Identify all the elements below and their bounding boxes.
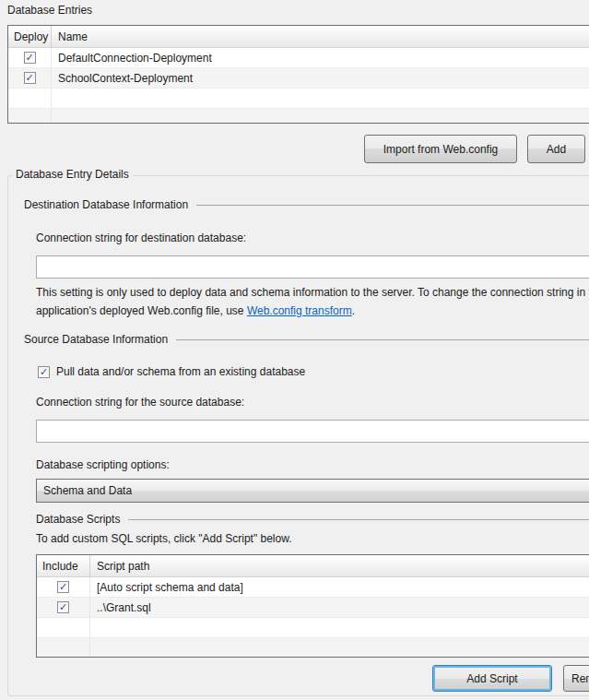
remove-script-button[interactable]: Remove Script [563, 665, 589, 692]
scripts-hint-text: To add custom SQL scripts, click "Add Sc… [36, 532, 292, 545]
database-scripts-table: Include Script path ✓ [Auto script schem… [36, 554, 589, 658]
entry-name-cell: SchoolContext-Deployment [52, 72, 193, 85]
checkbox-checked-icon: ✓ [59, 582, 67, 592]
heading-rule [176, 339, 589, 340]
scripts-header-path[interactable]: Script path [90, 555, 589, 576]
entries-table-header: Deploy Name [8, 26, 589, 48]
destination-section-heading: Destination Database Information [24, 198, 589, 211]
checkbox-checked-icon: ✓ [40, 367, 48, 377]
empty-table-row[interactable] [37, 638, 589, 658]
database-entry-details-groupbox: Database Entry Details Destination Datab… [7, 175, 589, 696]
source-section-heading: Source Database Information [24, 333, 589, 346]
entries-header-name[interactable]: Name [52, 26, 589, 47]
database-scripts-heading-label: Database Scripts [36, 513, 120, 526]
pull-data-checkbox-row: ✓ Pull data and/or schema from an existi… [38, 365, 305, 378]
deploy-checkbox[interactable]: ✓ [24, 52, 36, 64]
pull-data-checkbox-label[interactable]: Pull data and/or schema from an existing… [56, 365, 305, 378]
source-connection-label: Connection string for the source databas… [36, 396, 244, 409]
heading-rule [196, 205, 589, 206]
deploy-checkbox[interactable]: ✓ [24, 72, 36, 84]
destination-help-text: This setting is only used to deploy data… [36, 283, 589, 320]
empty-table-row[interactable] [37, 618, 589, 638]
scripting-options-label: Database scripting options: [36, 458, 170, 471]
script-path-cell: [Auto script schema and data] [90, 581, 243, 594]
scripting-options-dropdown[interactable]: Schema and Data [36, 479, 589, 503]
destination-heading-label: Destination Database Information [24, 198, 188, 211]
script-path-cell: ..\Grant.sql [90, 601, 151, 614]
include-cell: ✓ [37, 577, 90, 597]
deploy-cell: ✓ [8, 48, 52, 67]
groupbox-title: Database Entry Details [12, 168, 133, 181]
pull-data-checkbox[interactable]: ✓ [38, 366, 50, 378]
include-checkbox[interactable]: ✓ [57, 601, 69, 613]
deploy-cell [8, 89, 52, 108]
webconfig-transform-link[interactable]: Web.config transform [247, 304, 352, 317]
empty-table-row[interactable] [8, 109, 589, 124]
heading-rule [128, 519, 589, 520]
database-entries-title: Database Entries [7, 4, 92, 17]
include-cell [37, 618, 90, 637]
add-button[interactable]: Add [527, 135, 585, 163]
include-cell [37, 638, 90, 658]
table-row[interactable]: ✓ SchoolContext-Deployment [8, 68, 589, 89]
include-cell: ✓ [37, 598, 90, 617]
import-from-webconfig-button[interactable]: Import from Web.config [364, 135, 517, 163]
entry-name-cell: DefaultConnection-Deployment [52, 52, 212, 65]
table-row[interactable]: ✓ [Auto script schema and data] [37, 577, 589, 598]
deploy-cell: ✓ [8, 68, 52, 88]
table-row[interactable]: ✓ ..\Grant.sql [37, 598, 589, 618]
database-scripts-heading: Database Scripts [36, 513, 589, 526]
scripting-options-selected-value: Schema and Data [43, 484, 132, 497]
destination-connection-label: Connection string for destination databa… [36, 231, 246, 244]
database-entries-table: Deploy Name ✓ DefaultConnection-Deployme… [7, 25, 589, 124]
help-line1: This setting is only used to deploy data… [36, 286, 589, 299]
checkbox-checked-icon: ✓ [25, 73, 33, 83]
scripts-header-include[interactable]: Include [37, 555, 90, 576]
entries-header-deploy[interactable]: Deploy [8, 26, 52, 47]
source-heading-label: Source Database Information [24, 333, 168, 346]
add-script-button[interactable]: Add Script [432, 665, 552, 692]
checkbox-checked-icon: ✓ [25, 53, 33, 63]
table-row[interactable]: ✓ DefaultConnection-Deployment [8, 48, 589, 68]
scripts-table-header: Include Script path [37, 555, 589, 577]
deploy-cell [8, 109, 52, 124]
empty-table-row[interactable] [8, 89, 589, 109]
checkbox-checked-icon: ✓ [59, 602, 67, 612]
include-checkbox[interactable]: ✓ [57, 581, 69, 593]
help-line2-period: . [352, 304, 355, 317]
destination-connection-input[interactable] [36, 255, 589, 279]
help-line2-text: application's deployed Web.config file, … [36, 304, 247, 317]
database-publish-settings-panel: { "colors": { "background": "#f0f0f0", "… [0, 0, 589, 700]
source-connection-input[interactable] [36, 420, 589, 443]
